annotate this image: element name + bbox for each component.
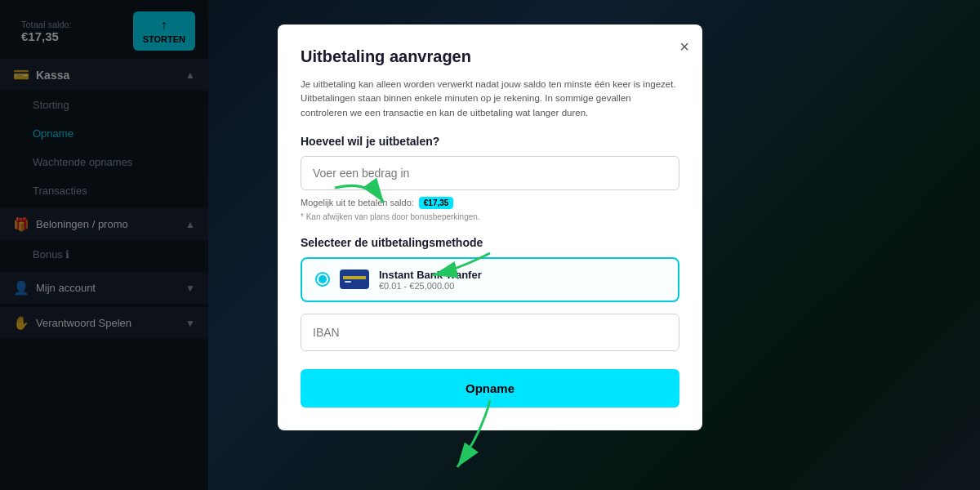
radio-selected	[315, 272, 330, 287]
svg-rect-2	[345, 281, 351, 283]
svg-rect-1	[343, 276, 366, 279]
saldo-badge: €17,35	[419, 197, 454, 209]
payment-option-bank[interactable]: Instant Bank Tranfer €0.01 - €25,000.00	[301, 257, 679, 302]
uitbetaling-dialog: × Uitbetaling aanvragen Je uitbetaling k…	[278, 24, 702, 430]
dialog-title: Uitbetaling aanvragen	[301, 47, 679, 66]
amount-section-title: Hoeveel wil je uitbetalen?	[301, 135, 679, 148]
payment-details: Instant Bank Tranfer €0.01 - €25,000.00	[379, 269, 665, 291]
amount-input[interactable]	[301, 156, 679, 190]
iban-input[interactable]	[301, 314, 679, 351]
payment-name: Instant Bank Tranfer	[379, 269, 665, 281]
amount-hints: Mogelijk uit te betalen saldo: €17,35	[301, 197, 679, 209]
radio-dot	[318, 275, 327, 283]
dialog-info-text: Je uitbetaling kan alleen worden verwerk…	[301, 78, 679, 120]
dialog-overlay: × Uitbetaling aanvragen Je uitbetaling k…	[0, 0, 980, 490]
opname-button[interactable]: Opname	[301, 369, 679, 408]
payment-range: €0.01 - €25,000.00	[379, 281, 665, 291]
payment-section-title: Selecteer de uitbetalingsmethode	[301, 236, 679, 249]
bank-icon	[340, 270, 369, 289]
dialog-close-button[interactable]: ×	[679, 38, 689, 56]
hint-prefix: Mogelijk uit te betalen saldo:	[301, 198, 414, 207]
bonus-note: * Kan afwijken van plans door bonusbeper…	[301, 212, 679, 221]
